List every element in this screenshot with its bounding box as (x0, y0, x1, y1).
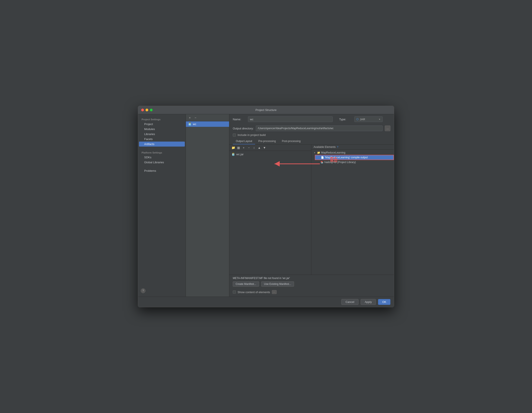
jar-type-icon: ⬡ (356, 118, 359, 121)
jar-file-icon: 🫙 (231, 153, 235, 156)
sidebar-item-global-libraries[interactable]: Global Libraries (138, 160, 186, 165)
close-button[interactable] (141, 109, 144, 111)
sidebar-item-modules[interactable]: Modules (138, 127, 186, 132)
name-input[interactable] (248, 116, 333, 122)
tree-folder-icon: 📁 (317, 151, 320, 154)
available-elements-header: Available Elements ? (311, 145, 394, 150)
bottom-section: META-INF/MANIFEST.MF file not found in '… (229, 275, 394, 297)
folder-icon-btn[interactable]: 📁 (231, 145, 235, 150)
tree-lib-label: hadoop-lib (Project Library) (324, 161, 356, 164)
footer: Cancel Apply OK (138, 297, 394, 307)
tree-compile-label: 'MapReduceLearning' compile output (325, 156, 368, 159)
layout-item-wc-jar[interactable]: 🫙 wc.jar (229, 152, 311, 157)
down-btn[interactable]: ▼ (262, 145, 267, 150)
tab-output-layout[interactable]: Output Layout (233, 138, 255, 144)
main-content: Project Settings Project Modules Librari… (138, 114, 394, 297)
include-row: Include in project build (229, 133, 394, 138)
name-row: Name: Type: ⬡ JAR ▼ (229, 114, 394, 124)
chevron-down-icon: ▼ (379, 118, 381, 121)
add-button[interactable]: + (188, 115, 192, 120)
warning-text: META-INF/MANIFEST.MF file not found in '… (233, 277, 390, 280)
include-checkbox[interactable] (233, 134, 236, 137)
sidebar-item-artifacts[interactable]: Artifacts (139, 142, 185, 147)
type-value: JAR (360, 118, 365, 121)
show-content-checkbox[interactable] (233, 290, 236, 294)
apply-button[interactable]: Apply (361, 299, 376, 305)
up-btn[interactable]: ▲ (257, 145, 261, 150)
artifact-name: wc (193, 123, 196, 126)
tree-root-item[interactable]: ▼ 📁 MapReduceLearning (311, 151, 394, 155)
maximize-button[interactable] (150, 109, 153, 111)
help-button[interactable]: ? (141, 288, 145, 293)
layout-right: Available Elements ? ▼ 📁 MapReduceLearni… (311, 145, 394, 275)
tab-pre-processing[interactable]: Pre-processing (255, 138, 279, 144)
tree-item-hadoop-lib[interactable]: 📚 hadoop-lib (Project Library) (315, 160, 394, 164)
tree-area: ▼ 📁 MapReduceLearning 📄 'MapReduceLearni… (311, 150, 394, 275)
type-label: Type: (339, 118, 352, 121)
sort-btn[interactable]: ↕ (252, 145, 256, 150)
name-label: Name: (233, 118, 246, 121)
dots-button[interactable]: ··· (272, 290, 277, 294)
tabs-row: Output Layout Pre-processing Post-proces… (229, 138, 394, 145)
browse-button[interactable]: … (385, 125, 390, 131)
tree-item-compile-output[interactable]: 📄 'MapReduceLearning' compile output (315, 155, 394, 160)
project-structure-window: Project Structure Project Settings Proje… (138, 106, 394, 307)
sidebar-bottom: ? (138, 287, 186, 295)
layout-item-label: wc.jar (236, 153, 244, 156)
artifact-item-wc[interactable]: 🫙 wc (186, 121, 229, 127)
available-elements-title: Available Elements (314, 145, 336, 149)
available-elements-help-icon[interactable]: ? (337, 146, 338, 148)
right-panel: Name: Type: ⬡ JAR ▼ Output directory: … … (229, 114, 394, 297)
layout-area: 📁 ▦ + − ↕ ▲ ▼ 🫙 wc.jar (229, 145, 394, 275)
sidebar-item-libraries[interactable]: Libraries (138, 132, 186, 137)
sidebar-item-problems[interactable]: Problems (138, 168, 186, 173)
jar-icon: 🫙 (188, 123, 191, 126)
library-icon: 📚 (321, 161, 323, 164)
sidebar-item-facets[interactable]: Facets (138, 137, 186, 142)
output-dir-row: Output directory: … (229, 124, 394, 133)
compile-output-icon: 📄 (321, 156, 324, 159)
sidebar-item-project[interactable]: Project (138, 122, 186, 127)
minimize-button[interactable] (145, 109, 148, 111)
platform-settings-label: Platform Settings (138, 149, 186, 155)
show-content-row: Show content of elements ··· (233, 289, 390, 295)
window-title: Project Structure (256, 108, 277, 112)
include-label: Include in project build (238, 133, 266, 137)
remove-button[interactable]: − (193, 115, 198, 120)
layout-left: 📁 ▦ + − ↕ ▲ ▼ 🫙 wc.jar (229, 145, 311, 275)
layout-area-wrapper: 📁 ▦ + − ↕ ▲ ▼ 🫙 wc.jar (229, 145, 394, 275)
window-controls (141, 109, 153, 111)
sidebar-item-sdks[interactable]: SDKs (138, 155, 186, 160)
use-existing-manifest-button[interactable]: Use Existing Manifest... (261, 281, 294, 287)
show-content-label: Show content of elements (238, 290, 270, 294)
tab-post-processing[interactable]: Post-processing (279, 138, 304, 144)
remove-layout-btn[interactable]: − (247, 145, 251, 150)
ok-button[interactable]: OK (378, 299, 390, 305)
output-dir-input[interactable] (256, 125, 383, 131)
create-manifest-button[interactable]: Create Manifest... (233, 281, 259, 287)
output-dir-label: Output directory: (233, 127, 254, 130)
add-layout-btn[interactable]: + (241, 145, 246, 150)
sidebar: Project Settings Project Modules Librari… (138, 114, 186, 297)
layout-items: 🫙 wc.jar (229, 151, 311, 275)
tree-root-label: MapReduceLearning (321, 151, 345, 154)
layout-toolbar: 📁 ▦ + − ↕ ▲ ▼ (229, 145, 311, 151)
titlebar: Project Structure (138, 106, 394, 114)
type-select[interactable]: ⬡ JAR ▼ (354, 116, 383, 122)
project-settings-label: Project Settings (138, 116, 186, 122)
middle-panel: + − 🫙 wc (186, 114, 229, 297)
grid-icon-btn[interactable]: ▦ (236, 145, 241, 150)
cancel-button[interactable]: Cancel (341, 299, 358, 305)
tree-toggle-icon: ▼ (314, 152, 316, 154)
middle-toolbar: + − (186, 114, 229, 121)
manifest-buttons: Create Manifest... Use Existing Manifest… (233, 281, 390, 287)
